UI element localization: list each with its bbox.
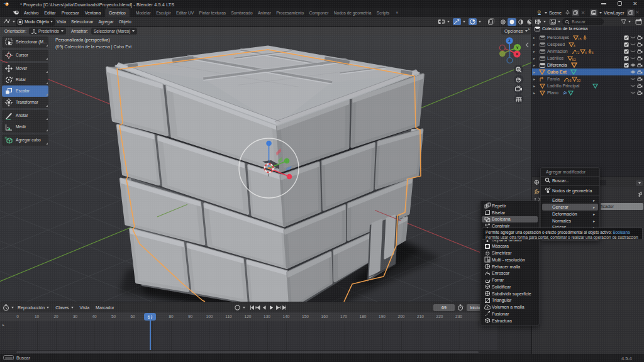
svg-text:Z: Z: [508, 39, 511, 43]
svg-text:X: X: [516, 52, 518, 56]
svg-text:Y: Y: [516, 46, 518, 50]
